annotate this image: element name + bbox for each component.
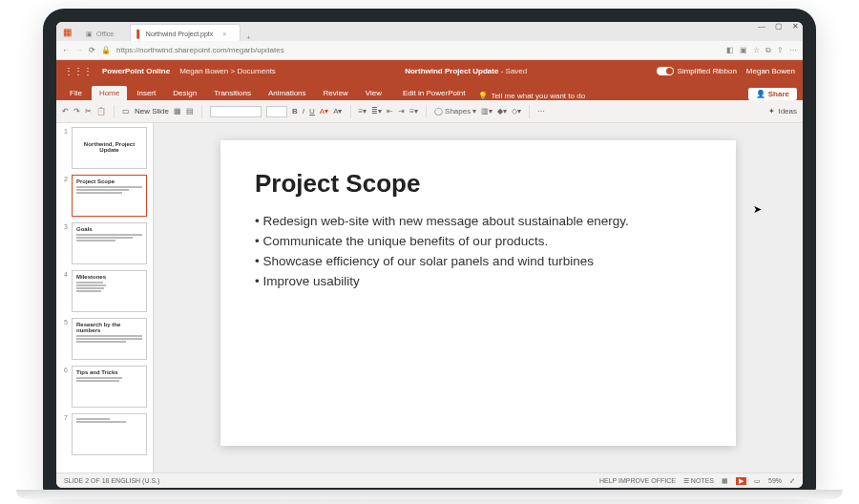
menu-design[interactable]: Design (165, 86, 204, 100)
slide-thumbnail-5[interactable]: Research by the numbers (72, 318, 147, 360)
status-bar: SLIDE 2 OF 18 ENGLISH (U.S.) HELP IMPROV… (56, 472, 803, 488)
reading-icon[interactable]: ⧉ (765, 46, 771, 55)
align-icon[interactable]: ≡▾ (409, 107, 418, 116)
new-slide-button[interactable]: New Slide (135, 107, 169, 116)
tab-close-icon[interactable]: × (222, 31, 226, 37)
zoom-level[interactable]: 59% (768, 477, 782, 484)
italic-icon[interactable]: I (303, 107, 304, 116)
simplified-ribbon-toggle[interactable]: Simplified Ribbon (657, 67, 737, 75)
view-reading-icon[interactable]: ▭ (754, 477, 761, 485)
slide-thumbnail-4[interactable]: Milestones (72, 270, 147, 312)
slide-thumbnail-2[interactable]: Project Scope (72, 175, 147, 217)
browser-tab-office[interactable]: ▣ Office (79, 24, 128, 41)
office-icon: ▣ (86, 31, 93, 38)
app-titlebar: ⋮⋮⋮ PowerPoint Online Megan Bowen > Docu… (56, 60, 803, 81)
menu-animations[interactable]: Animations (261, 86, 314, 100)
new-slide-icon: ▭ (122, 107, 130, 116)
share-icon[interactable]: ⇪ (777, 46, 784, 55)
save-status: Saved (506, 67, 528, 75)
more-icon[interactable]: ⋯ (789, 46, 797, 55)
shape-outline-icon[interactable]: ◇▾ (512, 107, 521, 116)
tell-me-search[interactable]: 💡Tell me what you want to do (478, 92, 585, 100)
menu-view[interactable]: View (358, 86, 389, 100)
bold-icon[interactable]: B (292, 107, 298, 116)
slide-title[interactable]: Project Scope (255, 169, 702, 199)
ideas-button[interactable]: ✦ Ideas (768, 107, 797, 116)
url-field[interactable]: https://northwind.sharepoint.com/megarb/… (116, 46, 721, 54)
nav-back-icon[interactable]: ← (62, 46, 70, 54)
thumb-title: Tips and Tricks (76, 369, 142, 375)
font-name-input[interactable] (210, 106, 262, 117)
lightbulb-icon: 💡 (478, 92, 488, 100)
thumb-number: 7 (62, 413, 68, 455)
thumb-title: Goals (76, 226, 142, 232)
bullet-item: Improve usability (255, 272, 702, 292)
app-brand: PowerPoint Online (102, 67, 170, 75)
numbering-icon[interactable]: ≣▾ (371, 107, 382, 116)
indent-decrease-icon[interactable]: ⇤ (387, 107, 393, 116)
extension-icon[interactable]: ◧ (726, 46, 734, 55)
font-color-icon[interactable]: A▾ (320, 107, 328, 116)
document-title[interactable]: Northwind Project Update (405, 67, 498, 75)
slide-thumbnail-1[interactable]: Northwind, Project Update (72, 127, 147, 169)
slide-thumbnail-3[interactable]: Goals (72, 222, 147, 264)
ideas-icon: ✦ (768, 107, 775, 116)
new-tab-button[interactable]: + (241, 34, 256, 41)
thumb-title: Northwind, Project Update (76, 141, 142, 153)
extension-icon[interactable]: ▣ (740, 46, 747, 55)
slide-thumbnail-panel[interactable]: 1Northwind, Project Update 2Project Scop… (56, 123, 154, 472)
nav-refresh-icon[interactable]: ⟳ (89, 46, 95, 54)
slide-canvas[interactable]: Project Scope Redesign web-site with new… (154, 123, 803, 472)
more-options-icon[interactable]: ⋯ (537, 107, 545, 116)
window-maximize[interactable]: ▢ (775, 22, 783, 31)
cut-icon[interactable]: ✂ (85, 107, 92, 116)
view-normal-icon[interactable]: ▦ (722, 477, 728, 485)
redo-icon[interactable]: ↷ (73, 107, 80, 116)
hide-slide-icon[interactable]: ▤ (186, 107, 194, 116)
undo-icon[interactable]: ↶ (62, 107, 69, 116)
shapes-button[interactable]: ◯ Shapes ▾ (434, 107, 477, 116)
favorite-icon[interactable]: ☆ (753, 46, 760, 55)
arrange-icon[interactable]: ▥▾ (481, 107, 492, 116)
ideas-label: Ideas (778, 107, 797, 116)
layout-icon[interactable]: ▦ (174, 107, 181, 116)
share-button[interactable]: 👤Share (748, 88, 797, 100)
thumb-number: 1 (62, 127, 68, 169)
indent-increase-icon[interactable]: ⇥ (398, 107, 405, 116)
highlight-icon[interactable]: A▾ (333, 107, 342, 116)
thumb-number: 2 (62, 175, 68, 217)
window-close[interactable]: ✕ (792, 22, 799, 31)
underline-icon[interactable]: U (309, 107, 315, 116)
shapes-label: Shapes (445, 107, 471, 116)
menu-insert[interactable]: Insert (129, 86, 163, 100)
font-size-input[interactable] (266, 106, 287, 117)
current-slide[interactable]: Project Scope Redesign web-site with new… (220, 140, 736, 446)
thumb-number: 5 (62, 318, 68, 360)
slide-thumbnail-7[interactable] (72, 413, 147, 455)
menu-review[interactable]: Review (316, 86, 356, 100)
breadcrumb[interactable]: Megan Bowen > Documents (179, 67, 276, 75)
menu-transitions[interactable]: Transitions (206, 86, 259, 100)
window-minimize[interactable]: — (758, 22, 765, 31)
thumb-number: 6 (62, 366, 68, 408)
help-improve-link[interactable]: HELP IMPROVE OFFICE (599, 477, 676, 484)
slide-thumbnail-6[interactable]: Tips and Tricks (72, 366, 147, 408)
menu-file[interactable]: File (62, 86, 90, 100)
browser-tab-document[interactable]: ▌ Northwind Project.pptx × (130, 24, 241, 41)
nav-forward-icon[interactable]: → (75, 46, 83, 54)
edit-in-powerpoint[interactable]: Edit in PowerPoint (395, 86, 472, 100)
bullets-icon[interactable]: ≡▾ (359, 107, 367, 116)
slide-body[interactable]: Redesign web-site with new message about… (255, 212, 702, 292)
shape-fill-icon[interactable]: ◆▾ (497, 107, 507, 116)
app-launcher-icon[interactable]: ⋮⋮⋮ (64, 66, 93, 76)
paste-icon[interactable]: 📋 (96, 107, 106, 116)
ribbon: ↶ ↷ ✂ 📋 ▭ New Slide ▦ ▤ B I U A▾ A▾ ≡▾ ≣… (56, 100, 803, 123)
office-launcher-icon[interactable]: ▦ (56, 22, 77, 41)
user-name[interactable]: Megan Bowen (746, 67, 795, 75)
notes-button[interactable]: ☰ NOTES (683, 477, 714, 485)
menu-home[interactable]: Home (92, 86, 127, 100)
view-slideshow-icon[interactable]: ▶ (736, 477, 746, 485)
fit-to-window-icon[interactable]: ⤢ (789, 477, 795, 485)
cursor-icon: ➤ (753, 203, 762, 216)
powerpoint-icon: ▌ (136, 30, 142, 38)
